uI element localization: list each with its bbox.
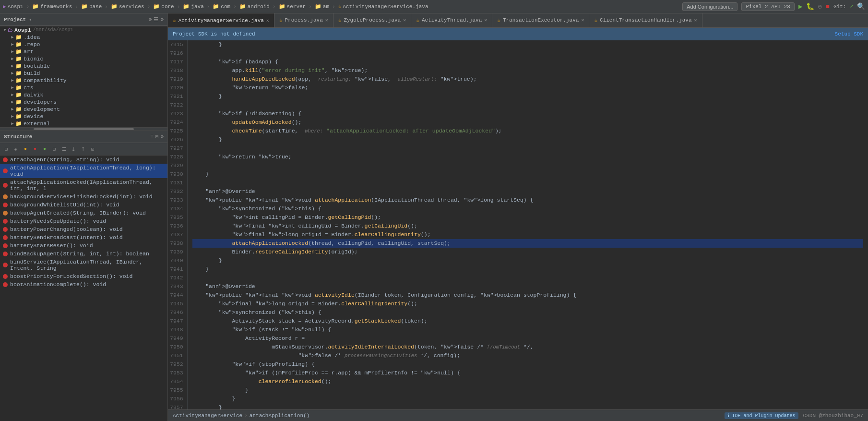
struct-item-attachApplication[interactable]: attachApplication(IApplicationThread, lo… <box>0 164 167 178</box>
close-tab-2[interactable]: ✕ <box>325 17 328 23</box>
run-icon[interactable]: ▶ <box>798 2 802 11</box>
top-breadcrumb-bar: ▶ Aosp1 › 📁 frameworks › 📁 base › 📁 serv… <box>0 0 868 13</box>
breadcrumb-java[interactable]: 📁 java <box>183 3 203 10</box>
tree-item-development[interactable]: ▶ 📁 development <box>0 106 167 113</box>
struct-settings-icon[interactable]: ⚙ <box>160 133 164 140</box>
tab-process[interactable]: ☕ Process.java ✕ <box>274 13 333 27</box>
breadcrumb-core[interactable]: 📁 core <box>153 3 174 10</box>
struct-filter-icon[interactable]: ⊟ <box>155 133 159 140</box>
tree-item-bionic[interactable]: ▶ 📁 bionic <box>0 55 167 62</box>
editor-tab-bar: ☕ ActivityManagerService.java ✕ ☕ Proces… <box>168 13 868 28</box>
breadcrumb-file[interactable]: ☕ ActivityManagerService.java <box>338 3 428 10</box>
breadcrumb-com[interactable]: 📁 com <box>213 3 230 10</box>
breadcrumb-server[interactable]: 📁 server <box>279 3 306 10</box>
gear2-icon[interactable]: ⚙ <box>160 16 164 23</box>
breadcrumb-frameworks[interactable]: 📁 frameworks <box>32 3 72 10</box>
struct-dot-orange <box>3 194 8 199</box>
tree-item-idea[interactable]: ▶ 📁 .idea <box>0 34 167 41</box>
struct-btn-4[interactable]: ● <box>31 145 39 154</box>
struct-btn-3[interactable]: ● <box>21 145 30 154</box>
struct-dot-red <box>3 157 8 162</box>
close-tab-5[interactable]: ✕ <box>581 17 584 23</box>
struct-dot-red-7 <box>3 235 8 240</box>
struct-dot-red-6 <box>3 227 8 232</box>
struct-item-attachAgent[interactable]: attachAgent(String, String): void <box>0 156 167 164</box>
struct-btn-1[interactable]: ⊞ <box>2 145 11 154</box>
struct-dot-red-11 <box>3 274 8 279</box>
close-tab-3[interactable]: ✕ <box>403 17 406 23</box>
cog-icon[interactable]: ⚙ <box>149 16 152 23</box>
tree-item-device[interactable]: ▶ 📁 device <box>0 113 167 120</box>
struct-item-batteryNeedsCpuUpdate[interactable]: batteryNeedsCpuUpdate(): void <box>0 217 167 225</box>
breadcrumb-am[interactable]: 📁 am <box>315 3 329 10</box>
editor-area: ☕ ActivityManagerService.java ✕ ☕ Proces… <box>168 13 868 421</box>
struct-align-icon[interactable]: ≡ <box>150 133 154 140</box>
status-file: ActivityManagerService <box>173 413 242 419</box>
project-panel-header: Project ▾ ⚙ ☰ ⚙ <box>0 13 167 26</box>
struct-btn-6[interactable]: ⊞ <box>50 145 59 154</box>
debug-icon[interactable]: 🐛 <box>806 2 814 11</box>
struct-dot-red-10 <box>3 263 8 267</box>
struct-btn-7[interactable]: ☰ <box>59 145 68 154</box>
close-tab-4[interactable]: ✕ <box>484 17 487 23</box>
tree-item-bootable[interactable]: ▶ 📁 bootable <box>0 62 167 70</box>
device-selector[interactable]: Pixel 2 API 28 <box>741 2 794 11</box>
struct-item-backupAgentCreated[interactable]: backupAgentCreated(String, IBinder): voi… <box>0 209 167 217</box>
breadcrumb-services[interactable]: 📁 services <box>111 3 144 10</box>
struct-item-batteryPowerChanged[interactable]: batteryPowerChanged(boolean): void <box>0 225 167 233</box>
struct-btn-9[interactable]: ⤒ <box>79 145 87 154</box>
close-tab-1[interactable]: ✕ <box>266 18 269 24</box>
project-label: Project <box>4 17 26 23</box>
tree-item-build[interactable]: ▶ 📁 build <box>0 70 167 77</box>
breadcrumb-base[interactable]: 📁 base <box>81 3 102 10</box>
tab-activity-thread[interactable]: ☕ ActivityThread.java ✕ <box>411 13 492 27</box>
setup-sdk-button[interactable]: Setup SDK <box>835 31 863 37</box>
struct-btn-5[interactable]: ● <box>40 145 49 154</box>
run-with-coverage-icon[interactable]: ◎ <box>818 3 821 10</box>
struct-item-batterySendBroadcast[interactable]: batterySendBroadcast(Intent): void <box>0 233 167 241</box>
notification-badge[interactable]: ℹ IDE and Plugin Updates <box>725 412 798 419</box>
code-content[interactable]: } "kw">if (badApp) { app.kill("error dur… <box>188 40 868 409</box>
search-everywhere-icon[interactable]: 🔍 <box>857 2 865 11</box>
git-check-icon: ✓ <box>850 3 853 10</box>
struct-item-backgroundServicesFinishedLocked[interactable]: backgroundServicesFinishedLocked(int): v… <box>0 192 167 201</box>
tree-item-art[interactable]: ▶ 📁 art <box>0 48 167 55</box>
tree-item-developers[interactable]: ▶ 📁 developers <box>0 98 167 106</box>
stop-icon[interactable]: ■ <box>826 3 830 11</box>
tree-item-root[interactable]: ▼ 🗁 Aosp1 /mnt/sda/Aosp1 <box>0 26 167 34</box>
struct-btn-8[interactable]: ⤓ <box>69 145 78 154</box>
struct-item-bootAnimationComplete[interactable]: bootAnimationComplete(): void <box>0 280 167 289</box>
add-configuration-button[interactable]: Add Configuration... <box>682 2 737 11</box>
breadcrumb-aosp1[interactable]: ▶ Aosp1 <box>3 3 24 10</box>
close-tab-6[interactable]: ✕ <box>694 17 697 23</box>
git-label: Git: <box>833 4 846 10</box>
struct-item-attachApplicationLocked[interactable]: attachApplicationLocked(IApplicationThre… <box>0 178 167 192</box>
structure-label: Structure <box>4 134 32 140</box>
struct-item-bindBackupAgent[interactable]: bindBackupAgent(String, int, int): boole… <box>0 250 167 258</box>
tab-activity-manager-service[interactable]: ☕ ActivityManagerService.java ✕ <box>168 13 274 27</box>
settings-icon[interactable]: ☰ <box>154 16 158 23</box>
tree-item-cts[interactable]: ▶ 📁 cts <box>0 84 167 91</box>
structure-panel: Structure ≡ ⊟ ⚙ ⊞ ◈ ● ● ● ⊞ ☰ ⤓ ⤒ <box>0 131 167 421</box>
struct-btn-10[interactable]: ⊡ <box>88 145 97 154</box>
structure-list[interactable]: attachAgent(String, String): void attach… <box>0 156 167 421</box>
tab-zygote-process[interactable]: ☕ ZygoteProcess.java ✕ <box>333 13 411 27</box>
tree-item-dalvik[interactable]: ▶ 📁 dalvik <box>0 91 167 98</box>
line-numbers: 7915791679177918791979207921792279237924… <box>168 40 188 409</box>
struct-item-bindService[interactable]: bindService(IApplicationThread, IBinder,… <box>0 258 167 272</box>
struct-item-backgroundWhitelistUid[interactable]: backgroundWhitelistUid(int): void <box>0 201 167 209</box>
struct-item-batteryStatsReset[interactable]: batteryStatsReset(): void <box>0 241 167 250</box>
code-editor[interactable]: 7915791679177918791979207921792279237924… <box>168 40 868 409</box>
tree-item-repo[interactable]: ▶ 📁 .repo <box>0 41 167 48</box>
breadcrumb-android[interactable]: 📁 android <box>239 3 270 10</box>
struct-item-boostPriority[interactable]: boostPriorityForLockedSection(): void <box>0 272 167 280</box>
struct-dot-red-5 <box>3 219 8 224</box>
project-tree[interactable]: ▼ 🗁 Aosp1 /mnt/sda/Aosp1 ▶ 📁 .idea ▶ 📁 .… <box>0 26 167 127</box>
struct-dot-red-2 <box>3 168 8 173</box>
structure-toolbar: ⊞ ◈ ● ● ● ⊞ ☰ ⤓ ⤒ ⊡ <box>0 143 167 156</box>
struct-btn-2[interactable]: ◈ <box>12 145 20 154</box>
tab-transaction-executor[interactable]: ☕ TransactionExecutor.java ✕ <box>492 13 589 27</box>
tree-item-compatibility[interactable]: ▶ 📁 compatibility <box>0 77 167 84</box>
tab-client-transaction-handler[interactable]: ☕ ClientTransactionHandler.java ✕ <box>589 13 702 27</box>
tree-item-external[interactable]: ▶ 📁 external <box>0 120 167 127</box>
